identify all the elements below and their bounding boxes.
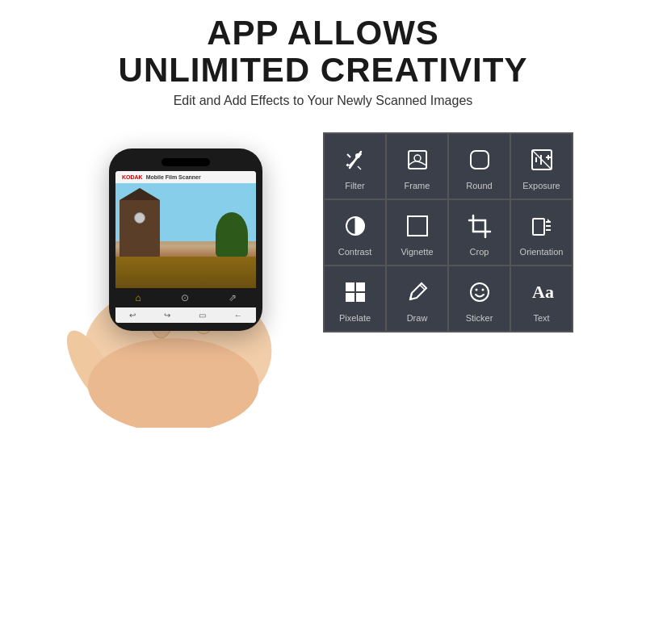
forward-icon[interactable]: ↪ — [164, 311, 170, 320]
round-icon — [465, 145, 494, 174]
kodak-brand: KODAK — [122, 174, 143, 180]
svg-rect-12 — [346, 164, 349, 167]
grid-cell-crop[interactable]: Crop — [448, 199, 510, 266]
pixelate-label: Pixelate — [339, 313, 371, 323]
clock-tower — [134, 212, 145, 224]
svg-point-3 — [57, 324, 127, 413]
app-navigation: ⌂ ⊙ ⇗ — [115, 288, 256, 307]
vignette-label: Vignette — [401, 247, 433, 257]
grid-cell-sticker[interactable]: Sticker — [448, 266, 510, 332]
phone-notch — [162, 158, 210, 166]
text-label: Text — [533, 313, 549, 323]
grid-cell-draw[interactable]: Draw — [386, 266, 448, 332]
svg-point-14 — [414, 155, 421, 161]
svg-point-41 — [481, 289, 484, 291]
svg-text:Aa: Aa — [532, 282, 554, 302]
title-line2: UNLIMITED CREATIVITY — [119, 51, 528, 89]
grid-cell-vignette[interactable]: Vignette — [386, 199, 448, 266]
frame-icon — [403, 145, 432, 174]
phone-screen: KODAK Mobile Film Scanner ⌂ ⊙ — [115, 171, 256, 323]
app-bottom-bar: ↩ ↪ ▭ ← — [115, 307, 256, 323]
crop-label: Crop — [470, 247, 489, 257]
camera-nav-icon[interactable]: ⊙ — [181, 292, 189, 303]
grid-cell-pixelate[interactable]: Pixelate — [324, 266, 386, 332]
contrast-icon — [341, 211, 370, 240]
exposure-label: Exposure — [522, 181, 560, 190]
building-left — [120, 200, 160, 257]
vignette-icon — [403, 211, 432, 240]
svg-point-39 — [471, 283, 489, 301]
svg-rect-35 — [346, 293, 354, 302]
features-grid: Filter Frame — [323, 132, 573, 332]
pixelate-icon — [341, 278, 370, 307]
return-icon[interactable]: ← — [234, 311, 242, 320]
filter-label: Filter — [345, 181, 364, 190]
exposure-icon — [527, 145, 556, 174]
grid-cell-exposure[interactable]: Exposure — [510, 133, 573, 199]
svg-rect-29 — [533, 219, 544, 235]
svg-rect-13 — [409, 151, 426, 169]
square-icon[interactable]: ▭ — [199, 311, 206, 320]
sticker-label: Sticker — [466, 313, 493, 323]
svg-rect-36 — [356, 293, 365, 302]
grid-cell-filter[interactable]: Filter — [324, 133, 386, 199]
trees-element — [216, 212, 248, 257]
building-roof — [120, 188, 160, 200]
home-nav-icon[interactable]: ⌂ — [135, 292, 141, 303]
header-section: APP ALLOWS UNLIMITED CREATIVITY Edit and… — [0, 0, 646, 116]
share-nav-icon[interactable]: ⇗ — [229, 292, 237, 303]
grid-cell-frame[interactable]: Frame — [386, 133, 448, 199]
svg-rect-24 — [408, 216, 427, 236]
phone-mockup: KODAK Mobile Film Scanner ⌂ ⊙ — [109, 148, 262, 331]
features-grid-panel: Filter Frame — [323, 132, 573, 332]
svg-rect-15 — [471, 151, 489, 169]
app-header-bar: KODAK Mobile Film Scanner — [115, 171, 256, 183]
contrast-label: Contrast — [338, 247, 372, 257]
orientation-icon — [527, 211, 556, 240]
photo-display — [115, 183, 256, 288]
app-name-label: Mobile Film Scanner — [146, 174, 201, 180]
page-title: APP ALLOWS UNLIMITED CREATIVITY — [16, 15, 630, 89]
filter-icon — [341, 145, 370, 174]
road-element — [115, 257, 256, 288]
grid-cell-round[interactable]: Round — [448, 133, 510, 199]
round-label: Round — [466, 181, 492, 190]
draw-icon — [403, 278, 432, 307]
back-icon[interactable]: ↩ — [129, 311, 136, 320]
grid-cell-text[interactable]: Aa Text — [510, 266, 573, 332]
header-subtitle: Edit and Add Effects to Your Newly Scann… — [16, 94, 630, 108]
grid-cell-orientation[interactable]: Orientation — [510, 199, 573, 266]
svg-point-40 — [475, 289, 477, 291]
svg-line-9 — [347, 154, 350, 157]
text-icon: Aa — [527, 278, 556, 307]
svg-point-4 — [88, 338, 259, 428]
sticker-icon — [465, 278, 494, 307]
frame-label: Frame — [405, 181, 430, 190]
grid-cell-contrast[interactable]: Contrast — [324, 199, 386, 266]
orientation-label: Orientation — [520, 247, 564, 257]
content-area: KODAK Mobile Film Scanner ⌂ ⊙ — [0, 116, 646, 332]
svg-line-10 — [358, 166, 361, 169]
draw-label: Draw — [407, 313, 428, 323]
title-line1: APP ALLOWS — [207, 14, 439, 52]
svg-rect-34 — [356, 282, 365, 291]
svg-point-38 — [409, 298, 412, 300]
crop-icon — [465, 211, 494, 240]
phone-container: KODAK Mobile Film Scanner ⌂ ⊙ — [73, 124, 299, 331]
svg-line-11 — [350, 154, 361, 165]
svg-rect-33 — [346, 282, 354, 291]
